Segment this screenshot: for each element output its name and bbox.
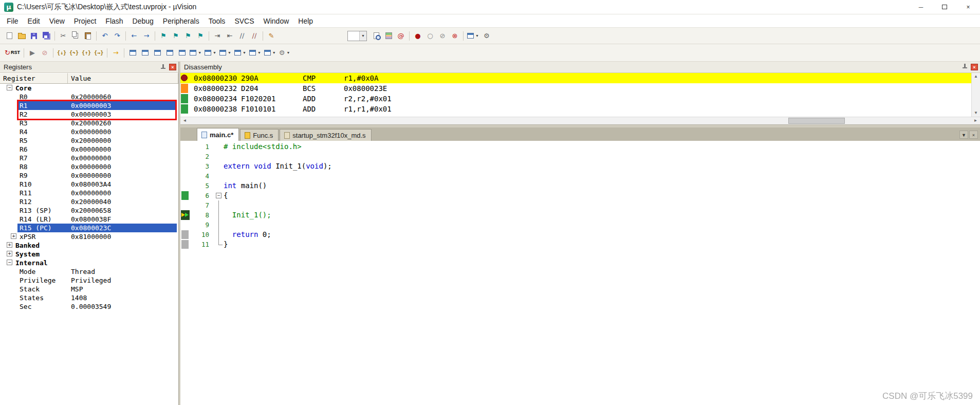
chevron-down-icon[interactable]: ▼ bbox=[359, 31, 366, 41]
code-text[interactable]: return 0; bbox=[224, 230, 271, 240]
editor-gutter[interactable] bbox=[180, 220, 191, 230]
navigate-forward-icon[interactable]: → bbox=[140, 30, 153, 42]
fold-margin[interactable] bbox=[214, 210, 224, 220]
tree-expander-icon[interactable]: + bbox=[11, 233, 16, 239]
toolbox-button[interactable]: ⚙▼ bbox=[278, 47, 292, 59]
command-window-button[interactable] bbox=[126, 47, 139, 59]
code-text[interactable]: } bbox=[224, 240, 228, 249]
editor-gutter[interactable] bbox=[180, 191, 191, 200]
kill-all-breakpoints-icon[interactable]: ⊗ bbox=[449, 30, 461, 42]
close-button[interactable]: × bbox=[956, 0, 980, 14]
lookup-icon[interactable]: @ bbox=[395, 30, 407, 42]
toggle-bookmark-icon[interactable]: ⚑ bbox=[157, 30, 170, 42]
run-to-line-button[interactable]: {→} bbox=[93, 47, 105, 59]
fold-margin[interactable] bbox=[214, 142, 224, 152]
analysis-window-button[interactable]: ▼ bbox=[233, 47, 248, 59]
editor-gutter[interactable] bbox=[180, 171, 191, 181]
register-row[interactable]: R00x20000060 bbox=[0, 93, 178, 101]
tab-main-c-[interactable]: main.c* bbox=[197, 128, 239, 141]
maximize-button[interactable] bbox=[933, 0, 956, 14]
unindent-icon[interactable]: ⇤ bbox=[224, 30, 236, 42]
breakpoint-gutter[interactable] bbox=[180, 94, 190, 104]
manage-rte-icon[interactable] bbox=[382, 30, 395, 42]
serial-window-button[interactable]: ▼ bbox=[218, 47, 233, 59]
registers-window-button[interactable] bbox=[163, 47, 176, 59]
register-row[interactable]: R30x20000260 bbox=[0, 119, 178, 127]
code-editor[interactable]: 1# include<stdio.h>23extern void Init_1(… bbox=[180, 141, 980, 405]
menu-tools[interactable]: Tools bbox=[204, 15, 230, 27]
memory-window-button[interactable]: ▼ bbox=[203, 47, 218, 59]
editor-gutter[interactable] bbox=[180, 181, 191, 191]
breakpoint-gutter[interactable] bbox=[180, 104, 190, 114]
editor-gutter[interactable] bbox=[180, 240, 191, 249]
open-file-icon[interactable] bbox=[15, 30, 28, 42]
tree-expander-icon[interactable]: − bbox=[7, 260, 12, 265]
step-button[interactable]: {↓} bbox=[56, 47, 68, 59]
indent-icon[interactable]: ⇥ bbox=[211, 30, 224, 42]
undo-icon[interactable]: ↶ bbox=[99, 30, 111, 42]
navigate-back-icon[interactable]: ← bbox=[128, 30, 140, 42]
target-select-combo[interactable]: ▼ bbox=[347, 31, 367, 41]
menu-window[interactable]: Window bbox=[259, 15, 294, 27]
register-row[interactable]: R100x080003A4 bbox=[0, 180, 178, 189]
scroll-up-icon[interactable]: ▲ bbox=[972, 73, 980, 80]
next-bookmark-icon[interactable]: ⚑ bbox=[182, 30, 194, 42]
register-row[interactable]: PrivilegePrivileged bbox=[0, 276, 178, 285]
configure-editor-icon[interactable]: ✎ bbox=[265, 30, 278, 42]
disable-breakpoint-icon[interactable]: ○ bbox=[424, 30, 436, 42]
register-row[interactable]: R80x00000000 bbox=[0, 162, 178, 171]
clear-bookmarks-icon[interactable]: ⚑ bbox=[194, 30, 207, 42]
redo-icon[interactable]: ↷ bbox=[111, 30, 123, 42]
register-row[interactable]: StackMSP bbox=[0, 285, 178, 293]
tab-func-s[interactable]: Func.s bbox=[240, 129, 279, 141]
register-row[interactable]: R15 (PC)0x0800023C bbox=[0, 224, 178, 232]
comment-icon[interactable]: ∕∕ bbox=[236, 30, 248, 42]
scroll-left-icon[interactable]: ◄ bbox=[180, 117, 189, 124]
menu-peripherals[interactable]: Peripherals bbox=[158, 15, 204, 27]
pin-icon[interactable] bbox=[160, 64, 166, 70]
register-row[interactable]: +Banked bbox=[0, 241, 178, 250]
stop-button[interactable]: ⊘ bbox=[39, 47, 51, 59]
register-row[interactable]: +System bbox=[0, 250, 178, 259]
breakpoint-gutter[interactable] bbox=[180, 73, 190, 83]
register-row[interactable]: R50x20000000 bbox=[0, 136, 178, 145]
code-text[interactable]: # include<stdio.h> bbox=[224, 142, 302, 152]
uncomment-icon[interactable]: ∕∕ bbox=[248, 30, 261, 42]
register-row[interactable]: R40x00000000 bbox=[0, 127, 178, 136]
run-button[interactable]: ▶ bbox=[26, 47, 39, 59]
register-row[interactable]: ModeThread bbox=[0, 267, 178, 276]
register-row[interactable]: R120x20000040 bbox=[0, 197, 178, 206]
fold-margin[interactable] bbox=[214, 171, 224, 181]
window-layout-dropdown[interactable]: ▼ bbox=[466, 30, 480, 42]
disassembly-vertical-scrollbar[interactable]: ▲ ▼ bbox=[971, 73, 980, 117]
code-text[interactable]: extern void Init_1(void); bbox=[224, 161, 332, 171]
tab-startup-stm32f10x-md-s[interactable]: startup_stm32f10x_md.s bbox=[280, 129, 371, 141]
fold-margin[interactable] bbox=[214, 220, 224, 230]
minimize-button[interactable]: ─ bbox=[909, 0, 933, 14]
menu-project[interactable]: Project bbox=[69, 15, 101, 27]
configure-uvision-icon[interactable]: ⚙ bbox=[480, 30, 493, 42]
register-row[interactable]: R70x00000000 bbox=[0, 154, 178, 162]
disable-all-breakpoints-icon[interactable]: ⊘ bbox=[436, 30, 449, 42]
editor-gutter[interactable] bbox=[180, 152, 191, 161]
register-row[interactable]: States1408 bbox=[0, 293, 178, 302]
fold-margin[interactable] bbox=[214, 152, 224, 161]
fold-margin[interactable] bbox=[214, 230, 224, 240]
register-row[interactable]: R13 (SP)0x20000658 bbox=[0, 206, 178, 215]
symbol-window-button[interactable] bbox=[151, 47, 163, 59]
tree-expander-icon[interactable]: + bbox=[7, 251, 12, 256]
reset-button[interactable]: ↻RST bbox=[3, 47, 22, 59]
menu-flash[interactable]: Flash bbox=[101, 15, 127, 27]
fold-collapse-icon[interactable]: − bbox=[216, 193, 221, 198]
breakpoint-gutter[interactable] bbox=[180, 83, 190, 94]
editor-gutter[interactable] bbox=[180, 161, 191, 171]
close-tab-icon[interactable]: × bbox=[969, 131, 978, 139]
register-row[interactable]: R110x00000000 bbox=[0, 189, 178, 197]
code-text[interactable]: { bbox=[224, 191, 228, 200]
prev-bookmark-icon[interactable]: ⚑ bbox=[170, 30, 182, 42]
pin-icon[interactable] bbox=[961, 64, 968, 70]
register-row[interactable]: −Internal bbox=[0, 259, 178, 267]
menu-debug[interactable]: Debug bbox=[128, 15, 158, 27]
toggle-breakpoint-icon[interactable]: ● bbox=[412, 30, 424, 42]
fold-margin[interactable] bbox=[214, 181, 224, 191]
